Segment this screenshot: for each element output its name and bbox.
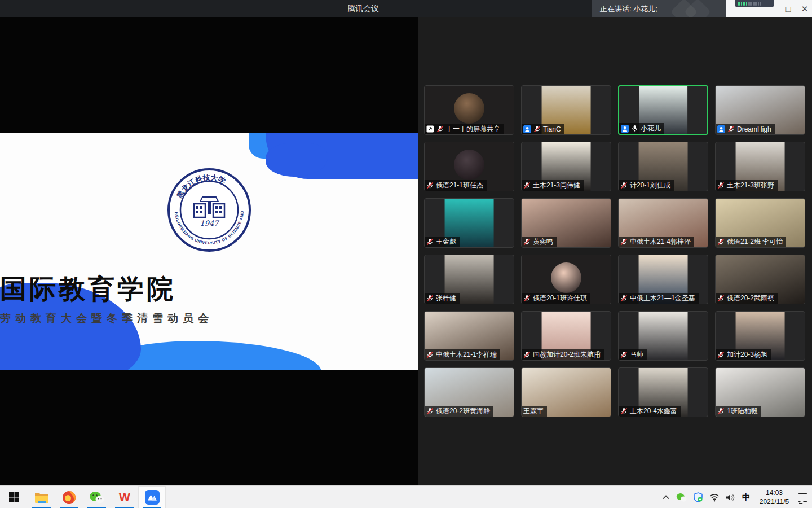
mic-muted-icon (620, 238, 628, 246)
mic-muted-icon (426, 351, 434, 358)
participant-name: 中俄土木21—1金圣基 (630, 294, 695, 303)
participant-avatar (454, 150, 484, 180)
participant-tile[interactable]: 土木21-3闫伟健 (521, 142, 611, 191)
participant-label: 于一丁的屏幕共享 (425, 124, 504, 134)
taskbar-firefox[interactable] (55, 486, 83, 508)
tray-security-shield-icon[interactable] (693, 492, 703, 502)
participant-tile[interactable]: 张梓健 (424, 255, 514, 304)
mic-muted-icon (426, 408, 434, 415)
svg-text:W: W (119, 491, 130, 503)
wps-office-icon: W (117, 491, 132, 504)
action-center-icon[interactable] (798, 493, 807, 502)
participant-tile[interactable]: 俄语21-2班 李可怡 (715, 198, 805, 248)
slide-subtitle: 劳动教育大会暨冬季清雪动员会 (0, 311, 418, 326)
mic-muted-icon (533, 125, 541, 133)
participant-label: 1班陆柏毅 (716, 406, 761, 417)
taskbar-wechat[interactable] (83, 486, 111, 508)
mic-muted-icon (523, 351, 531, 358)
window-titlebar: 腾讯会议 正在讲话: 小花儿; – □ ✕ (0, 0, 812, 17)
participant-tile[interactable]: 俄语20-2班黄海静 (424, 367, 514, 417)
participant-tile[interactable]: 中俄土木21-4郭梓泽 (618, 198, 708, 248)
tray-expand-chevron-icon[interactable] (662, 494, 670, 500)
participant-tile[interactable]: 小花儿 (618, 85, 708, 135)
participant-tile[interactable]: TianC (521, 85, 611, 135)
mic-muted-icon (727, 125, 735, 133)
participant-tile[interactable]: 马帅 (618, 311, 708, 361)
start-button[interactable] (0, 486, 28, 508)
firefox-icon (62, 491, 76, 505)
participant-tile[interactable]: 1班陆柏毅 (715, 367, 805, 417)
participant-tile[interactable]: 土木21-3班张野 (715, 142, 805, 191)
minimize-button[interactable]: – (760, 0, 779, 17)
mic-muted-icon (620, 295, 628, 302)
participant-tile[interactable]: 俄语20-1班许佳琪 (521, 255, 611, 304)
person-badge-icon (523, 125, 531, 133)
mic-muted-icon (426, 238, 434, 246)
participant-tile[interactable]: 中俄土木21—1金圣基 (618, 255, 708, 304)
participant-name: 中俄土木21-4郭梓泽 (630, 237, 691, 247)
participant-name: 张梓健 (436, 294, 456, 303)
screen-share-icon (426, 125, 434, 133)
person-badge-icon (717, 125, 725, 133)
participant-tile[interactable]: 于一丁的屏幕共享 (424, 85, 514, 135)
participant-name: 俄语20-2武雨祺 (727, 294, 774, 303)
participant-tile[interactable]: 王金彪 (424, 198, 514, 248)
tray-speaker-icon[interactable] (726, 493, 736, 502)
participant-name: 1班陆柏毅 (727, 406, 758, 416)
participant-label: 马帅 (619, 349, 647, 360)
participant-name: 土木21-3闫伟健 (533, 181, 580, 190)
participant-tile[interactable]: 王森宇 (521, 367, 611, 417)
participant-label: 中俄土木21—1金圣基 (619, 293, 699, 304)
participant-label: 中俄土木21-4郭梓泽 (619, 237, 694, 247)
participant-label: 俄语20-2班黄海静 (425, 406, 493, 417)
mic-muted-icon (523, 182, 531, 189)
svg-text:1947: 1947 (200, 219, 219, 227)
speaking-indicator: 正在讲话: 小花儿; (592, 0, 726, 17)
mic-muted-icon (620, 408, 628, 415)
participant-tile[interactable]: 土木20-4水鑫富 (618, 367, 708, 417)
mic-muted-icon (717, 182, 725, 189)
participant-name: 小花儿 (641, 124, 661, 133)
participant-name: 中俄土木21-1李祥瑞 (436, 350, 497, 360)
participant-label: 计20-1刘佳成 (619, 180, 674, 191)
maximize-button[interactable]: □ (779, 0, 798, 17)
participant-avatar (454, 93, 484, 124)
mic-muted-icon (620, 351, 628, 358)
tray-wechat-icon[interactable] (676, 493, 687, 502)
participant-tile[interactable]: 计20-1刘佳成 (618, 142, 708, 191)
taskbar-tencent-meeting[interactable] (138, 486, 166, 508)
participant-tile[interactable]: 俄语21-1班任杰 (424, 142, 514, 191)
mic-muted-icon (426, 182, 434, 189)
participant-label: 土木20-4水鑫富 (619, 406, 681, 417)
tray-clock[interactable]: 14:03 2021/11/5 (757, 488, 792, 506)
participant-name: 俄语20-2班黄海静 (436, 406, 490, 416)
participant-name: TianC (543, 125, 561, 133)
participant-tile[interactable]: 加计20-3杨旭 (715, 311, 805, 361)
participant-label: 俄语20-2武雨祺 (716, 293, 778, 304)
participant-name: 计20-1刘佳成 (630, 181, 670, 190)
participant-label: 黄奕鸣 (522, 237, 557, 247)
participant-tile[interactable]: DreamHigh (715, 85, 805, 135)
slide-title: 国际教育学院 (0, 271, 418, 307)
participant-label: 张梓健 (425, 293, 460, 304)
participant-name: 王金彪 (436, 237, 456, 247)
ime-language-indicator[interactable]: 中 (742, 492, 751, 503)
participant-tile[interactable]: 黄奕鸣 (521, 198, 611, 248)
taskbar-wps-office[interactable]: W (111, 486, 138, 508)
participant-label: 土木21-3班张野 (716, 180, 778, 191)
mic-muted-icon (717, 351, 725, 358)
participant-tile[interactable]: 俄语20-2武雨祺 (715, 255, 805, 304)
tray-wifi-icon[interactable] (709, 493, 720, 502)
windows-logo-icon (8, 492, 20, 503)
participant-label: 加计20-3杨旭 (716, 349, 771, 360)
taskbar-file-explorer[interactable] (28, 486, 55, 508)
mic-muted-icon (717, 295, 725, 302)
participant-label: 国教加计20-2班朱航甫 (522, 349, 604, 360)
mic-on-icon (631, 125, 638, 132)
participant-label: 中俄土木21-1李祥瑞 (425, 349, 500, 360)
participant-tile[interactable]: 中俄土木21-1李祥瑞 (424, 311, 514, 361)
participant-name: 马帅 (630, 350, 643, 360)
participant-tile[interactable]: 国教加计20-2班朱航甫 (521, 311, 611, 361)
close-button[interactable]: ✕ (797, 0, 812, 17)
participant-grid: 于一丁的屏幕共享 TianC 小花儿 (424, 85, 805, 417)
